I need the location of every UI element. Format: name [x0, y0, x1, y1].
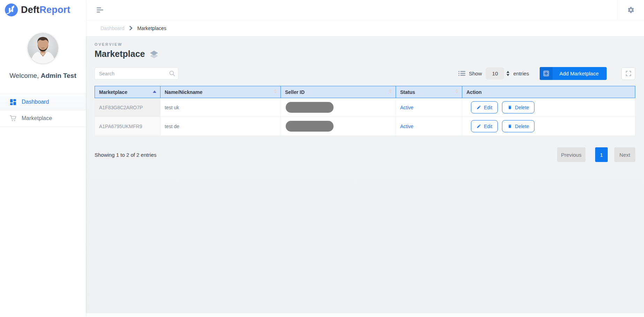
column-label: Status [400, 89, 415, 95]
delete-button-label: Delete [515, 105, 529, 110]
column-label: Name/Nickname [165, 89, 202, 95]
brand-name-dark: Deft [21, 5, 39, 15]
brand-logo[interactable]: DeftReport [0, 0, 86, 20]
table-header-row: Marketplace Name/Nickname Seller ID Stat… [95, 86, 635, 98]
footer-strip [86, 313, 644, 317]
topbar [86, 0, 644, 20]
entries-select-value[interactable]: 10 [486, 67, 504, 80]
cart-icon [10, 115, 16, 121]
column-label: Action [466, 89, 482, 95]
brand-logo-icon [5, 3, 18, 17]
column-header-seller-id[interactable]: Seller ID [281, 86, 396, 98]
fullscreen-button[interactable] [621, 67, 635, 80]
pencil-icon [477, 105, 481, 110]
cell-name: test de [160, 117, 281, 136]
cell-action: Edit Delete [462, 117, 635, 136]
column-label: Marketplace [99, 89, 127, 95]
cell-marketplace: A1F83G8C2ARO7P [95, 98, 160, 117]
sidebar-item-label: Marketplace [22, 115, 52, 121]
marketplaces-table: Marketplace Name/Nickname Seller ID Stat… [95, 86, 635, 136]
table-controls: Show 10 entries Add Marketplace [95, 67, 635, 80]
sort-ascending-icon [153, 90, 156, 93]
chevron-right-icon [129, 26, 133, 30]
column-header-status[interactable]: Status [396, 86, 462, 98]
brand-logo-text: DeftReport [21, 5, 70, 15]
sort-icon [455, 89, 458, 93]
delete-button-label: Delete [515, 124, 529, 129]
cell-status: Active [396, 117, 462, 136]
pagination-previous-button[interactable]: Previous [557, 147, 585, 162]
edit-button-label: Edit [484, 124, 492, 129]
right-controls: Show 10 entries Add Marketplace [458, 67, 635, 80]
add-marketplace-button[interactable]: Add Marketplace [540, 67, 607, 80]
seller-id-redacted [286, 121, 334, 132]
sidebar-item-dashboard[interactable]: Dashboard [0, 94, 86, 110]
edit-button-label: Edit [484, 105, 492, 110]
pagination-page-1-button[interactable]: 1 [595, 147, 608, 162]
breadcrumb-dashboard[interactable]: Dashboard [100, 25, 125, 31]
welcome-text: Welcome, Admin Test [0, 72, 86, 80]
trash-icon [508, 105, 512, 110]
welcome-username: Admin Test [41, 72, 76, 79]
cell-status: Active [396, 98, 462, 117]
avatar [28, 33, 58, 64]
pagination-next-button[interactable]: Next [614, 147, 635, 162]
breadcrumb: Dashboard Marketplaces [86, 20, 644, 37]
column-header-name-nickname[interactable]: Name/Nickname [160, 86, 281, 98]
delete-button[interactable]: Delete [502, 120, 534, 132]
dashboard-grid-icon [10, 99, 16, 105]
cell-action: Edit Delete [462, 98, 635, 117]
entries-spinner[interactable] [507, 71, 509, 76]
entries-info: Showing 1 to 2 of 2 entries [95, 152, 157, 158]
trash-icon [508, 124, 512, 128]
add-marketplace-label: Add Marketplace [553, 71, 607, 76]
sort-icon [389, 89, 392, 93]
edit-button[interactable]: Edit [471, 120, 498, 132]
show-label: Show [469, 71, 482, 76]
fullscreen-icon [626, 71, 631, 76]
sort-icon [274, 89, 277, 93]
welcome-prefix: Welcome, [9, 72, 40, 79]
sidebar-item-marketplace[interactable]: Marketplace [0, 110, 86, 127]
table-footer: Showing 1 to 2 of 2 entries Previous 1 N… [95, 147, 635, 162]
overview-label: OVERVIEW [95, 42, 635, 46]
brand-name-accent: Report [39, 5, 70, 15]
cell-name: test uk [160, 98, 281, 117]
sidebar-item-label: Dashboard [22, 99, 49, 105]
sidebar: DeftReport [0, 0, 86, 317]
column-header-marketplace[interactable]: Marketplace [95, 86, 160, 98]
pencil-icon [477, 124, 481, 128]
edit-button[interactable]: Edit [471, 101, 498, 113]
gear-icon [627, 6, 635, 14]
search-box [95, 67, 178, 80]
user-profile: Welcome, Admin Test [0, 20, 86, 80]
entries-label: entries [513, 71, 529, 76]
spinner-up-icon[interactable] [507, 71, 509, 73]
column-header-action: Action [462, 86, 635, 98]
sidebar-menu: Dashboard Marketplace [0, 94, 86, 127]
delete-button[interactable]: Delete [502, 101, 534, 113]
seller-id-redacted [286, 102, 334, 113]
topbar-right [617, 0, 644, 20]
page-title: Marketplace [95, 49, 145, 59]
search-input[interactable] [95, 67, 178, 80]
breadcrumb-marketplaces: Marketplaces [137, 25, 166, 31]
status-link[interactable]: Active [400, 124, 413, 129]
list-icon [458, 71, 465, 76]
sidebar-toggle-icon[interactable] [95, 5, 105, 15]
table-row: A1PA6795UKMFR9 test de Active Edit [95, 117, 635, 136]
settings-button[interactable] [617, 0, 644, 20]
pagination: Previous 1 Next [557, 147, 635, 162]
layers-icon [150, 51, 158, 59]
column-label: Seller ID [285, 89, 305, 95]
main-content: OVERVIEW Marketplace [86, 37, 644, 313]
cell-seller-id [281, 117, 396, 136]
spinner-down-icon[interactable] [507, 74, 509, 76]
cell-seller-id [281, 98, 396, 117]
entries-select[interactable]: 10 [486, 67, 509, 80]
plus-square-icon [540, 67, 553, 80]
cell-marketplace: A1PA6795UKMFR9 [95, 117, 160, 136]
table-row: A1F83G8C2ARO7P test uk Active Edit [95, 98, 635, 117]
status-link[interactable]: Active [400, 105, 413, 110]
